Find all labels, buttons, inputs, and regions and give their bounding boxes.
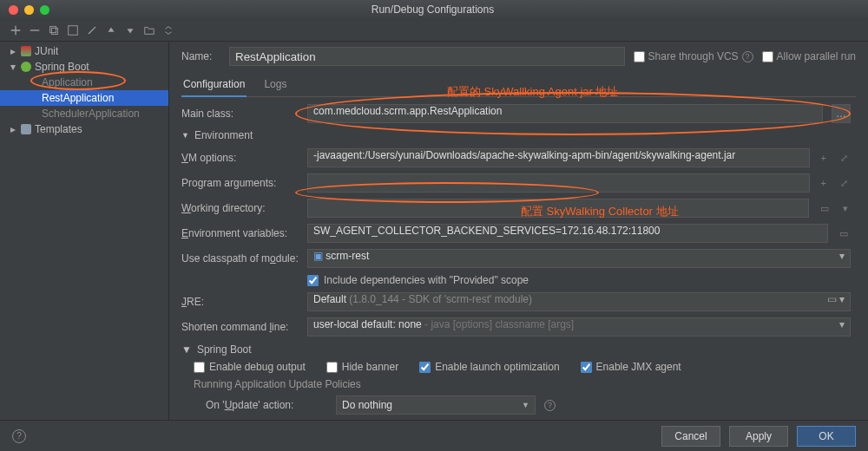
program-args-label: Program arguments: xyxy=(181,177,299,189)
spring-icon xyxy=(21,62,31,72)
on-update-select[interactable]: Do nothing▼ xyxy=(336,395,536,415)
copy-config-button[interactable] xyxy=(47,23,61,37)
tree-item-spring-boot[interactable]: ▾ Spring Boot xyxy=(0,59,168,75)
classpath-select[interactable]: ▣ scrm-rest▾ xyxy=(307,249,851,268)
classpath-label: Use classpath of module: xyxy=(181,252,299,265)
help-icon[interactable]: ? xyxy=(742,51,753,62)
tab-logs[interactable]: Logs xyxy=(262,75,288,96)
jre-label: JRE: xyxy=(181,296,299,308)
browse-main-class-button[interactable]: … xyxy=(832,104,851,123)
working-dir-label: Working directory: xyxy=(181,202,299,214)
environment-section-header[interactable]: ▼Environment xyxy=(181,129,851,141)
tree-item-junit[interactable]: ▸ JUnit xyxy=(0,43,168,59)
edit-env-button[interactable]: ▭ xyxy=(837,228,851,239)
tree-label: RestApplication xyxy=(42,92,114,104)
on-update-label: On 'Update' action: xyxy=(206,399,327,411)
add-config-button[interactable] xyxy=(9,23,23,37)
svg-rect-2 xyxy=(69,25,78,35)
save-config-button[interactable] xyxy=(66,23,80,37)
config-content: Name: Share through VCS? Allow parallel … xyxy=(169,42,868,420)
expand-icon[interactable]: + xyxy=(819,178,829,188)
maximize-window-button[interactable] xyxy=(40,5,49,15)
vm-options-label: VM options: xyxy=(181,152,299,164)
shorten-label: Shorten command line: xyxy=(181,321,299,333)
tree-label: SchedulerApplication xyxy=(42,108,140,120)
junit-icon xyxy=(21,46,31,56)
ok-button[interactable]: OK xyxy=(797,426,856,447)
share-vcs-checkbox[interactable]: Share through VCS? xyxy=(634,50,753,62)
enable-launch-checkbox[interactable]: Enable launch optimization xyxy=(419,361,559,373)
config-tree: ▸ JUnit ▾ Spring Boot Application RestAp… xyxy=(0,42,169,420)
move-down-button[interactable] xyxy=(123,23,137,37)
window-title: Run/Debug Configurations xyxy=(49,3,816,16)
main-class-input[interactable]: com.medcloud.scrm.app.RestApplication xyxy=(307,104,823,123)
maximize-icon[interactable]: ⤢ xyxy=(838,153,851,164)
svg-rect-0 xyxy=(50,26,56,32)
maximize-icon[interactable]: ⤢ xyxy=(838,178,851,189)
cancel-button[interactable]: Cancel xyxy=(661,426,720,447)
remove-config-button[interactable] xyxy=(28,23,42,37)
chevron-down-icon[interactable]: ▾ xyxy=(840,203,851,214)
expand-icon[interactable]: + xyxy=(819,153,829,163)
working-dir-input[interactable] xyxy=(307,199,809,218)
tree-label: JUnit xyxy=(35,45,58,57)
hide-banner-checkbox[interactable]: Hide banner xyxy=(326,361,398,373)
parallel-run-checkbox[interactable]: Allow parallel run xyxy=(762,50,856,62)
include-provided-checkbox[interactable] xyxy=(307,275,319,286)
dialog-button-bar: ? Cancel Apply OK xyxy=(0,420,868,451)
env-vars-label: Environment variables: xyxy=(181,227,299,239)
tree-label: Templates xyxy=(35,123,82,135)
minimize-window-button[interactable] xyxy=(24,5,34,15)
help-icon[interactable]: ? xyxy=(544,400,556,411)
expand-all-button[interactable] xyxy=(161,23,175,37)
templates-icon xyxy=(21,124,31,134)
tree-item-rest-application[interactable]: RestApplication xyxy=(0,90,168,106)
enable-debug-checkbox[interactable]: Enable debug output xyxy=(194,361,306,373)
help-button[interactable]: ? xyxy=(12,429,26,443)
program-args-input[interactable] xyxy=(307,173,810,193)
config-tabs: Configuration Logs xyxy=(181,71,856,97)
folder-icon[interactable]: ▭ xyxy=(818,203,832,214)
config-toolbar xyxy=(0,19,868,42)
spring-boot-section-header[interactable]: ▼Spring Boot xyxy=(181,343,851,356)
tree-item-templates[interactable]: ▸ Templates xyxy=(0,121,168,137)
tree-item-application[interactable]: Application xyxy=(0,75,168,90)
shorten-select[interactable]: user-local default: none - java [options… xyxy=(307,317,851,337)
titlebar: Run/Debug Configurations xyxy=(0,0,868,19)
env-vars-input[interactable]: SW_AGENT_COLLECTOR_BACKEND_SERVICES=172.… xyxy=(307,224,828,243)
vm-options-input[interactable]: -javaagent:/Users/yunai/Downloads/apache… xyxy=(307,148,810,167)
close-window-button[interactable] xyxy=(9,5,18,15)
folder-button[interactable] xyxy=(142,23,156,37)
include-provided-label: Include dependencies with "Provided" sco… xyxy=(324,274,529,286)
svg-rect-1 xyxy=(51,28,57,34)
config-name-input[interactable] xyxy=(229,47,625,66)
update-policies-label: Running Application Update Policies xyxy=(194,378,851,390)
apply-button[interactable]: Apply xyxy=(729,426,788,447)
tree-item-scheduler-application[interactable]: SchedulerApplication xyxy=(0,106,168,121)
edit-templates-button[interactable] xyxy=(85,23,99,37)
jre-select[interactable]: Default (1.8.0_144 - SDK of 'scrm-rest' … xyxy=(307,292,851,311)
tab-configuration[interactable]: Configuration xyxy=(181,75,247,97)
main-class-label: Main class: xyxy=(181,108,299,120)
name-label: Name: xyxy=(181,50,220,62)
tree-label: Application xyxy=(42,76,93,88)
move-up-button[interactable] xyxy=(104,23,118,37)
enable-jmx-checkbox[interactable]: Enable JMX agent xyxy=(581,361,681,373)
tree-label: Spring Boot xyxy=(35,61,89,73)
